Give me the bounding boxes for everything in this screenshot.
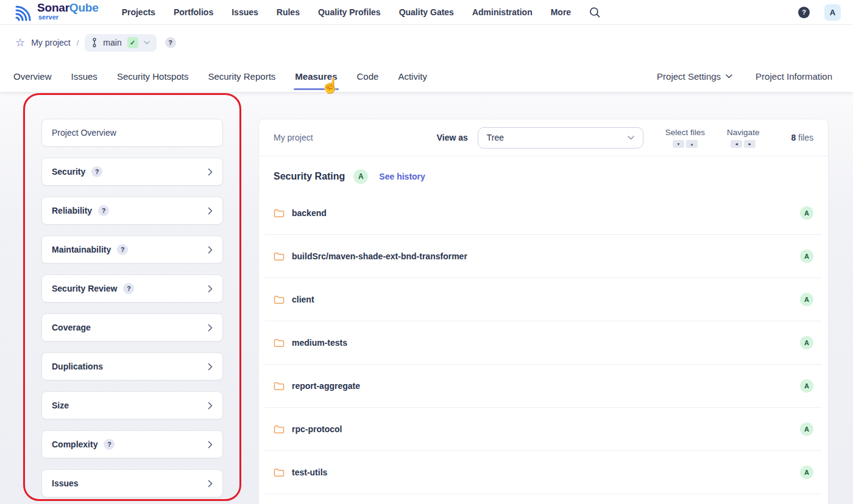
sidebar-item-label: Security Review (52, 284, 117, 293)
view-as-select[interactable]: Tree (478, 127, 643, 149)
files-count-number: 8 (791, 133, 796, 142)
help-badge[interactable]: ? (104, 439, 115, 450)
tab-2[interactable]: Security Hotspots (117, 60, 189, 92)
sidebar-item-label: Coverage (52, 323, 91, 332)
project-tabs-bar: Overview Issues Security Hotspots Securi… (0, 60, 853, 92)
tab-1[interactable]: Issues (71, 60, 97, 92)
tab-6[interactable]: Activity (398, 60, 427, 92)
navigate-back-button[interactable]: ◄ (731, 140, 742, 148)
folder-icon (274, 425, 285, 434)
breadcrumb-project-link[interactable]: My project (31, 38, 71, 47)
menu-item-0[interactable]: Projects (122, 7, 155, 17)
file-rating-badge: A (800, 336, 813, 349)
branch-help-badge[interactable]: ? (165, 37, 176, 48)
file-row-0[interactable]: backend A (265, 192, 822, 235)
brand-sonar: Sonar (37, 1, 69, 14)
file-row-2[interactable]: client A (265, 278, 822, 321)
breadcrumb: ☆ My project / main ✓ ? (0, 25, 853, 60)
content-area: Project Overview ? Security ? (0, 92, 853, 504)
sidebar-item-5[interactable]: Coverage ? (41, 313, 223, 341)
help-badge[interactable]: ? (117, 244, 128, 255)
chevron-right-icon (208, 207, 213, 215)
brand-qube: Qube (69, 1, 99, 14)
search-button[interactable] (589, 7, 600, 18)
sidebar-item-2[interactable]: Reliability ? (41, 197, 223, 225)
menu-item-3[interactable]: Rules (277, 7, 300, 17)
menu-item-4[interactable]: Quality Profiles (318, 7, 381, 17)
chevron-right-icon (208, 363, 213, 371)
select-files-control: Select files ▾ ▴ (665, 128, 705, 148)
sidebar-item-8[interactable]: Complexity ? (41, 430, 223, 458)
sidebar-item-0[interactable]: Project Overview ? (41, 119, 223, 147)
sidebar-item-4[interactable]: Security Review ? (41, 275, 223, 303)
branch-selector[interactable]: main ✓ (85, 34, 156, 52)
file-rating-badge: A (800, 250, 813, 263)
file-row-1[interactable]: buildSrc/maven-shade-ext-bnd-transformer… (265, 235, 822, 278)
tab-4[interactable]: Measures (295, 60, 337, 92)
view-as-label: View as (437, 133, 468, 142)
tab-3[interactable]: Security Reports (208, 60, 275, 92)
select-next-file-button[interactable]: ▾ (673, 140, 684, 148)
sidebar-item-3[interactable]: Maintainability ? (41, 236, 223, 264)
folder-icon (274, 209, 285, 218)
sidebar-item-7[interactable]: Size ? (41, 391, 223, 419)
menu-item-1[interactable]: Portfolios (174, 7, 213, 17)
file-row-6[interactable]: test-utils A (265, 451, 822, 494)
navigate-control: Navigate ◄ ► (727, 128, 759, 148)
folder-icon (274, 382, 285, 391)
folder-icon (274, 338, 285, 348)
help-badge[interactable]: ? (123, 283, 134, 294)
file-rating-badge: A (800, 293, 813, 306)
tab-5[interactable]: Code (357, 60, 379, 92)
files-count-word: files (798, 133, 813, 142)
help-badge[interactable]: ? (98, 205, 109, 216)
sidebar-item-label: Security (52, 167, 85, 177)
brand-text: SonarQube server (37, 2, 99, 21)
measures-sidebar: Project Overview ? Security ? (41, 119, 223, 497)
tab-0[interactable]: Overview (13, 60, 52, 92)
chevron-right-icon (208, 402, 213, 410)
menu-item-2[interactable]: Issues (232, 7, 258, 17)
tabs-right-group: Project Settings Project Information (657, 71, 840, 82)
chevron-right-icon (208, 285, 213, 293)
sonarqube-logo[interactable]: SonarQube server (12, 2, 99, 23)
navigate-buttons: ◄ ► (731, 140, 756, 148)
sidebar-item-label: Reliability (52, 206, 92, 215)
file-row-4[interactable]: report-aggregate A (265, 365, 822, 408)
help-button[interactable]: ? (798, 7, 810, 18)
file-name: rpc-protocol (292, 424, 342, 434)
chevron-right-icon (208, 441, 213, 449)
file-rating-badge: A (800, 422, 813, 436)
file-row-5[interactable]: rpc-protocol A (265, 408, 822, 451)
sidebar-item-9[interactable]: Issues ? (41, 469, 223, 497)
search-icon (589, 7, 600, 18)
measure-heading: Security Rating A See history (259, 156, 828, 192)
sidebar-item-1[interactable]: Security ? (41, 158, 223, 186)
quality-gate-check-icon: ✓ (127, 37, 138, 48)
select-previous-file-button[interactable]: ▴ (686, 140, 698, 148)
navigate-forward-button[interactable]: ► (744, 140, 756, 148)
file-rating-badge: A (800, 206, 813, 220)
favorite-star-icon[interactable]: ☆ (15, 37, 25, 48)
project-information-button[interactable]: Project Information (756, 71, 832, 82)
measures-panel: My project View as Tree Select files ▾ ▴ (258, 119, 829, 504)
project-settings-button[interactable]: Project Settings (657, 71, 732, 82)
user-avatar[interactable]: A (824, 4, 841, 21)
project-rating-badge: A (353, 169, 368, 184)
measures-panel-header: My project View as Tree Select files ▾ ▴ (259, 119, 828, 156)
menu-item-7[interactable]: More (551, 7, 571, 17)
help-badge[interactable]: ? (91, 166, 102, 177)
panel-project-link[interactable]: My project (274, 133, 313, 142)
file-row-3[interactable]: medium-tests A (265, 321, 822, 365)
menu-item-6[interactable]: Administration (472, 7, 533, 17)
measure-title: Security Rating (274, 171, 345, 182)
project-tabs: Overview Issues Security Hotspots Securi… (13, 60, 427, 92)
see-history-link[interactable]: See history (379, 172, 425, 181)
breadcrumb-separator: / (77, 38, 79, 47)
menu-item-5[interactable]: Quality Gates (399, 7, 454, 17)
folder-icon (274, 295, 285, 304)
folder-icon (274, 252, 285, 261)
sonarqube-app: SonarQube server Projects Portfolios Iss… (0, 0, 853, 504)
sidebar-item-6[interactable]: Duplications ? (41, 352, 223, 380)
branch-icon (91, 38, 97, 47)
